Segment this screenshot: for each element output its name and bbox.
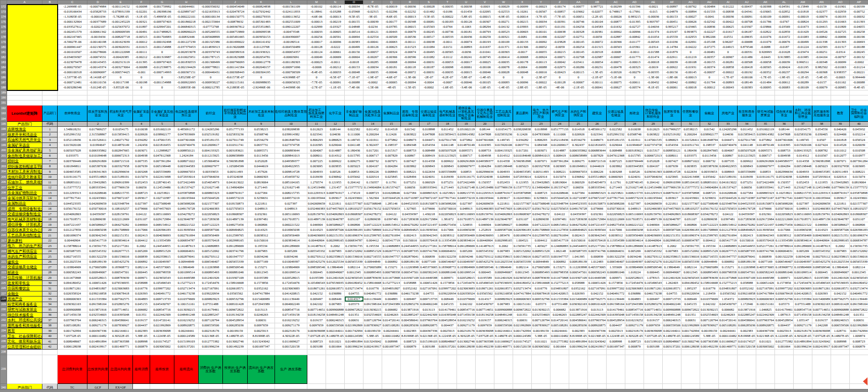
- cell-H228[interactable]: 0.010379669: [174, 297, 199, 302]
- row-number-197[interactable]: 197: [1, 132, 7, 137]
- cell-K226[interactable]: 0.0352162: [248, 286, 275, 291]
- cell-F222[interactable]: 0.082114: [133, 265, 150, 270]
- cell-V227[interactable]: 0.03565562: [476, 291, 494, 297]
- row-number-200[interactable]: 200: [1, 148, 7, 154]
- cell-G224[interactable]: 0.023650543: [150, 275, 174, 281]
- cell-AG228[interactable]: 0.008449: [681, 297, 700, 302]
- cell-H200[interactable]: 0.008850121: [174, 148, 199, 154]
- cell[interactable]: [248, 95, 275, 101]
- cell-M236[interactable]: 0.008723: [307, 339, 326, 345]
- cell-M204[interactable]: 0.004933: [307, 169, 326, 175]
- cell-V199[interactable]: 0.016395: [476, 142, 494, 148]
- cell-U229[interactable]: 0.042102: [457, 302, 476, 307]
- cell-F212[interactable]: 0.04122: [133, 212, 150, 217]
- sector-row-label-11[interactable]: 石油加工、炼焦及核燃料: [7, 180, 42, 185]
- cell-AM222[interactable]: 0.103804969: [794, 265, 812, 270]
- sector-row-code-13[interactable]: 13: [42, 190, 58, 196]
- cell-AN226[interactable]: 0.018671261: [812, 286, 831, 291]
- cell-E175[interactable]: -0.001245229: [109, 20, 133, 25]
- row-number-236[interactable]: 236: [1, 339, 7, 345]
- cell-J185[interactable]: -0.000308443: [223, 70, 248, 75]
- row-number-186[interactable]: 186: [1, 75, 7, 80]
- cell-O184[interactable]: -0.00153: [345, 65, 363, 70]
- cell-W176[interactable]: -0.04132: [494, 25, 513, 30]
- cell-G204[interactable]: 0.005559689: [150, 169, 174, 175]
- cell-AC210[interactable]: 0.065698206: [607, 201, 625, 207]
- cell-Y222[interactable]: 0.270605089: [532, 265, 551, 270]
- cell-C220[interactable]: 0.002716555: [58, 254, 87, 260]
- cell-W172[interactable]: -0.00029: [494, 5, 513, 10]
- cell-AC219[interactable]: 0.006064631: [607, 249, 625, 254]
- cell-E179[interactable]: -0.001623039: [109, 40, 133, 45]
- cell-S230[interactable]: 0.013113: [420, 307, 438, 313]
- cell-AA213[interactable]: 0.017283638: [569, 217, 588, 222]
- sector-row-code-35[interactable]: 35: [42, 307, 58, 313]
- cell-K173[interactable]: -0.027032442: [248, 10, 275, 15]
- sector-code-19[interactable]: 19: [457, 122, 476, 127]
- cell-U216[interactable]: 0.005956469: [457, 233, 476, 238]
- sector-row-label-4[interactable]: 金属矿采选业: [7, 142, 42, 148]
- cell-I230[interactable]: 0.014179461: [199, 307, 223, 313]
- cell-E208[interactable]: 0.008215735: [109, 190, 133, 196]
- cell[interactable]: [850, 350, 868, 355]
- cell-P222[interactable]: 0.270605089: [363, 265, 382, 270]
- cell-Z217[interactable]: 0.005417719: [551, 238, 569, 243]
- cell-C205[interactable]: 0.019116175: [58, 174, 87, 180]
- cell-Z199[interactable]: 0.012009617: [551, 142, 569, 148]
- cell[interactable]: [644, 350, 663, 355]
- cell-AA223[interactable]: 0.000547501: [569, 270, 588, 275]
- sector-code-26[interactable]: 26: [588, 122, 607, 127]
- cell[interactable]: [42, 95, 58, 101]
- cell-AN234[interactable]: 0.003639098: [812, 328, 831, 334]
- cell-X205[interactable]: 0.072933014: [513, 174, 532, 180]
- cell[interactable]: [174, 95, 199, 101]
- cell-F223[interactable]: 0.000445: [133, 270, 150, 275]
- cell-AA182[interactable]: -0.02708: [569, 55, 588, 60]
- cell-N233[interactable]: 0.006559506: [326, 323, 345, 328]
- cell-AI210[interactable]: 0.023348794: [719, 201, 738, 207]
- cell-AC225[interactable]: 0.1573856: [607, 280, 625, 286]
- cell-AD180[interactable]: -0.03361: [625, 45, 644, 50]
- cell-AK236[interactable]: 0.011021: [756, 339, 775, 345]
- cell-E213[interactable]: 0.022212669: [109, 217, 133, 222]
- cell-AE187[interactable]: -0.00432: [644, 80, 663, 85]
- cell-AB186[interactable]: -2.1E-07: [588, 75, 607, 80]
- cell-C207[interactable]: 0.153777572: [58, 185, 87, 190]
- cell-U182[interactable]: -0.00241: [457, 55, 476, 60]
- cell-Q172[interactable]: -0.00019: [382, 5, 401, 10]
- cell-AG221[interactable]: 0.005655339: [681, 259, 700, 265]
- cell-P211[interactable]: 0.056176152: [363, 206, 382, 212]
- cell-M205[interactable]: 0.018439: [307, 174, 326, 180]
- cell[interactable]: [457, 350, 476, 355]
- cell-Y206[interactable]: 0.159432865: [532, 180, 551, 185]
- cell-AM216[interactable]: 0.005956469: [794, 233, 812, 238]
- cell-Y219[interactable]: 0.008951529: [532, 249, 551, 254]
- cell-AH175[interactable]: -0.02542: [700, 20, 719, 25]
- cell-L206[interactable]: 0.085104165: [275, 180, 307, 185]
- cell-N177[interactable]: -0.00605: [326, 30, 345, 35]
- cell-AO197[interactable]: 0.024406: [831, 132, 850, 137]
- cell-AP182[interactable]: -0.00132: [850, 55, 868, 60]
- cell-AH231[interactable]: 0.032554603: [700, 312, 719, 318]
- cell[interactable]: [363, 101, 382, 106]
- sector-row-code-4[interactable]: 4: [42, 142, 58, 148]
- cell-D209[interactable]: 0.102433601: [87, 195, 109, 201]
- cell-Q185[interactable]: -0.00046: [382, 70, 401, 75]
- cell-P218[interactable]: 0.195534: [363, 243, 382, 249]
- cell-AG196[interactable]: 0.0538215: [681, 127, 700, 132]
- cell-AO217[interactable]: 0.002998165: [831, 238, 850, 243]
- cell-H187[interactable]: -0.000922693: [174, 80, 199, 85]
- cell[interactable]: [513, 350, 532, 355]
- cell-M218[interactable]: 0.141487613: [307, 243, 326, 249]
- cell-AI179[interactable]: 0.96207: [719, 40, 738, 45]
- cell-G210[interactable]: 0.027568048: [150, 201, 174, 207]
- cell-G235[interactable]: 6.12243E-05: [150, 333, 174, 339]
- column-letter-G[interactable]: G: [150, 1, 174, 5]
- cell-C203[interactable]: 0.001849811: [58, 164, 87, 169]
- cell-Y227[interactable]: 0.030678418: [532, 291, 551, 297]
- cell-M234[interactable]: 0.003639098: [307, 328, 326, 334]
- cell-AI207[interactable]: 0.181537427: [719, 185, 738, 190]
- cell-AK177[interactable]: -0.02822: [756, 30, 775, 35]
- cell-L220[interactable]: 0.0034246: [275, 254, 307, 260]
- cell-Z188[interactable]: -4E-06: [551, 85, 569, 90]
